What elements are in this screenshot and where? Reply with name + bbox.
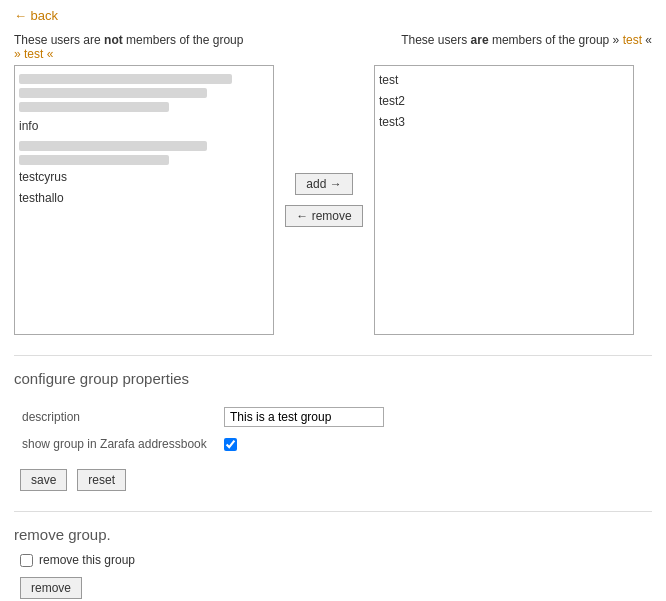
left-column-header: These users are not members of the group… <box>14 33 243 61</box>
list-item[interactable]: test2 <box>379 91 629 112</box>
remove-group-title: remove group. <box>14 526 652 543</box>
list-item[interactable]: testcyrus <box>19 167 269 188</box>
list-item[interactable]: test3 <box>379 112 629 133</box>
right-column-header: These users are members of the group » t… <box>401 33 652 61</box>
divider-1 <box>14 355 652 356</box>
remove-button[interactable]: ← remove <box>285 205 362 227</box>
show-group-label: show group in Zarafa addressbook <box>16 433 216 455</box>
reset-button[interactable]: reset <box>77 469 126 491</box>
configure-title: configure group properties <box>14 370 652 387</box>
blurred-user-4 <box>19 141 207 151</box>
transfer-buttons: add → ← remove <box>274 65 374 335</box>
properties-table: description show group in Zarafa address… <box>14 401 652 457</box>
members-list[interactable]: test test2 test3 <box>374 65 634 335</box>
description-label: description <box>16 403 216 431</box>
show-group-row: show group in Zarafa addressbook <box>16 433 650 455</box>
list-item[interactable]: test <box>379 70 629 91</box>
left-group-name: » test « <box>14 47 53 61</box>
remove-this-group-label: remove this group <box>39 553 135 567</box>
show-group-checkbox[interactable] <box>224 438 237 451</box>
save-button[interactable]: save <box>20 469 67 491</box>
list-item[interactable]: info <box>19 116 269 137</box>
remove-btn-row: remove <box>14 577 652 599</box>
back-link[interactable]: ← back <box>14 8 58 23</box>
column-headers: These users are not members of the group… <box>14 33 652 61</box>
user-management-panel: info testcyrus testhallo add → ← remove … <box>14 65 652 335</box>
remove-group-check-row: remove this group <box>14 553 652 567</box>
divider-2 <box>14 511 652 512</box>
list-item[interactable]: testhallo <box>19 188 269 209</box>
description-row: description <box>16 403 650 431</box>
description-input[interactable] <box>224 407 384 427</box>
remove-group-button[interactable]: remove <box>20 577 82 599</box>
blurred-user-2 <box>19 88 207 98</box>
remove-this-group-checkbox[interactable] <box>20 554 33 567</box>
remove-group-section: remove group. remove this group remove <box>14 526 652 599</box>
add-button[interactable]: add → <box>295 173 352 195</box>
non-members-list[interactable]: info testcyrus testhallo <box>14 65 274 335</box>
blurred-user-1 <box>19 74 232 84</box>
configure-section: configure group properties description s… <box>14 370 652 491</box>
blurred-user-5 <box>19 155 169 165</box>
show-group-checkbox-container <box>224 438 644 451</box>
configure-action-buttons: save reset <box>14 469 652 491</box>
blurred-user-3 <box>19 102 169 112</box>
